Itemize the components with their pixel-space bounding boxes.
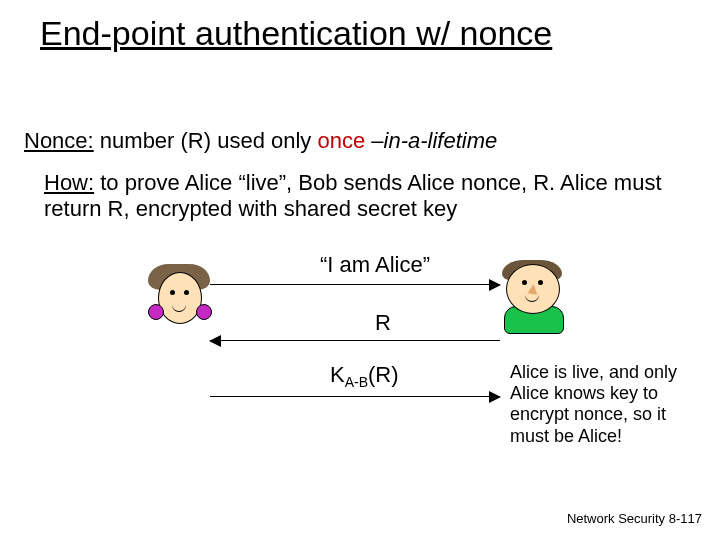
- face-icon: [158, 272, 202, 324]
- eye-icon: [184, 290, 189, 295]
- slide: End-point authentication w/ nonce Nonce:…: [0, 0, 720, 540]
- nonce-dash: –: [365, 128, 383, 153]
- message-i-am-alice: “I am Alice”: [320, 252, 430, 278]
- message-encrypted-r: KA-B(R): [330, 362, 399, 390]
- nonce-once: once: [317, 128, 365, 153]
- how-label: How:: [44, 170, 94, 195]
- nose-icon: [527, 283, 538, 294]
- bob-character: [498, 260, 570, 334]
- eye-icon: [538, 280, 543, 285]
- nonce-text-1: number (R) used only: [94, 128, 318, 153]
- nonce-label: Nonce:: [24, 128, 94, 153]
- arrow-bob-to-alice: [210, 340, 500, 341]
- arrow-alice-to-bob-1: [210, 284, 500, 285]
- alice-character: [148, 264, 210, 352]
- eye-icon: [522, 280, 527, 285]
- eye-icon: [170, 290, 175, 295]
- earring-icon: [196, 304, 212, 320]
- msg3-rest: (R): [368, 362, 399, 387]
- explanation-text: Alice is live, and only Alice knows key …: [510, 362, 700, 447]
- arrow-alice-to-bob-2: [210, 396, 500, 397]
- earring-icon: [148, 304, 164, 320]
- slide-title: End-point authentication w/ nonce: [40, 14, 552, 53]
- nonce-definition: Nonce: number (R) used only once –in-a-l…: [24, 128, 497, 154]
- how-text: to prove Alice “live”, Bob sends Alice n…: [44, 170, 662, 221]
- msg3-sub: A-B: [345, 374, 368, 390]
- msg3-K: K: [330, 362, 345, 387]
- how-paragraph: How: to prove Alice “live”, Bob sends Al…: [44, 170, 694, 222]
- nonce-tail: in-a-lifetime: [384, 128, 498, 153]
- slide-footer: Network Security 8-117: [567, 511, 702, 526]
- message-nonce-r: R: [375, 310, 391, 336]
